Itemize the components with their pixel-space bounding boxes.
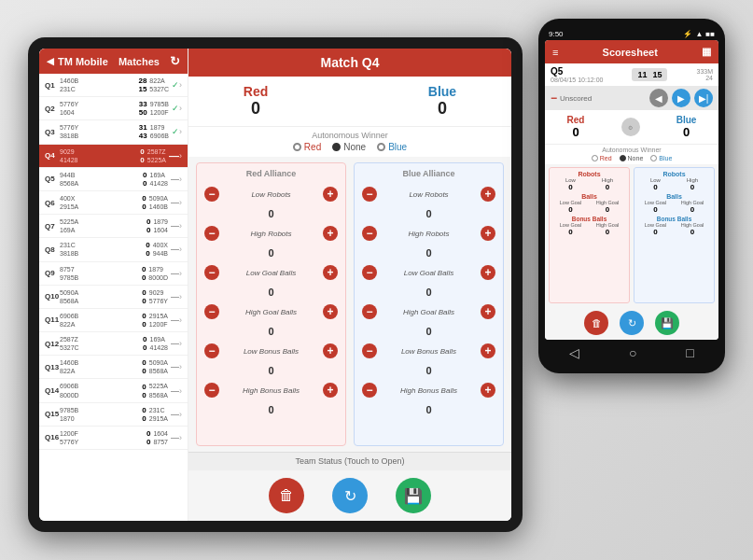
sidebar-row-teams2-q3: 18796906B — [150, 123, 169, 140]
tablet-sync-button[interactable]: ↻ — [332, 478, 368, 513]
chevron-left-icon[interactable]: ◀ — [47, 56, 54, 66]
phone-forward-button[interactable]: ▶| — [694, 89, 713, 107]
sidebar-row-scores-q6: 00 — [142, 194, 146, 211]
phone-red-low-val: 0 — [565, 183, 576, 191]
phone-save-button[interactable]: 💾 — [655, 311, 679, 335]
high-robots-value-red: 0 — [202, 247, 340, 259]
sidebar-item-q10[interactable]: Q10 5090A8568A 00 90295776Y — › — [39, 286, 188, 309]
minus-icon[interactable]: − — [551, 91, 557, 105]
auto-option-red[interactable]: Red — [293, 142, 321, 152]
high-bonus-balls-label-red: High Bonus Balls — [219, 386, 323, 395]
minus-btn-low-goal-red[interactable]: − — [204, 265, 219, 280]
plus-btn-low-robots-red[interactable]: + — [323, 187, 338, 202]
sidebar-item-q12[interactable]: Q12 2587Z5327C 00 169A41428 — › — [39, 332, 188, 356]
sidebar-item-q16[interactable]: Q16 1200F5776Y 00 16048757 — › — [39, 427, 188, 450]
minus-btn-high-goal-red[interactable]: − — [204, 304, 219, 319]
phone-auto-none[interactable]: None — [620, 155, 644, 161]
minus-btn-high-bonus-blue[interactable]: − — [362, 383, 377, 398]
refresh-icon[interactable]: ↻ — [170, 54, 180, 68]
counter-row-high-goal-blue: − High Goal Balls + — [360, 301, 497, 322]
phone-blue-score-block: Blue 0 — [676, 115, 697, 139]
phone-blue-bonus-row: Low Goal 0 High Goal 0 — [637, 222, 711, 236]
sidebar-item-q9[interactable]: Q9 87579785B 00 18798000D — › — [39, 262, 188, 286]
minus-btn-high-robots-blue[interactable]: − — [362, 226, 377, 241]
sidebar-item-q7[interactable]: Q7 5225A169A 00 18791604 — › — [39, 215, 188, 238]
minus-btn-high-goal-blue[interactable]: − — [362, 304, 377, 319]
sidebar-item-q14[interactable]: Q14 6906B8000D 00 5225A8568A — › — [39, 379, 188, 402]
phone-sub-info: 333M 24 — [696, 68, 713, 81]
phone-auto-blue[interactable]: Blue — [650, 155, 672, 161]
plus-btn-low-bonus-red[interactable]: + — [323, 343, 338, 358]
sidebar-row-teams-q8: 231C3818B — [60, 241, 146, 258]
minus-btn-low-bonus-red[interactable]: − — [204, 343, 219, 358]
counter-row-low-goal-red: − Low Goal Balls + — [202, 262, 340, 283]
phone-recents-icon[interactable]: □ — [686, 345, 693, 360]
sidebar-header-title: TM Mobile — [58, 56, 108, 67]
sidebar-header-matches: Matches — [119, 56, 160, 67]
sidebar-item-q6[interactable]: Q6 400X2915A 00 5090A1460B — › — [39, 191, 188, 215]
phone-home-icon[interactable]: ○ — [629, 345, 636, 360]
blue-alliance-title: Blue Alliance — [360, 169, 497, 178]
sidebar-item-q1[interactable]: Q1 1460B231C 2815 822A5327C ✓ › — [39, 74, 188, 97]
phone-sync-button[interactable]: ↻ — [620, 311, 644, 335]
plus-btn-high-bonus-blue[interactable]: + — [481, 383, 495, 398]
sidebar: ◀ TM Mobile Matches ↻ Q1 1460B231C 2815 … — [39, 49, 188, 521]
sidebar-item-q2[interactable]: Q2 5776Y1604 3350 9785B1200F ✓ › — [39, 97, 188, 120]
minus-btn-low-robots-red[interactable]: − — [204, 187, 219, 202]
plus-btn-low-bonus-blue[interactable]: + — [481, 343, 495, 358]
chevron-right-q15: › — [179, 410, 182, 419]
sidebar-item-q4[interactable]: Q4 902941428 00 2587Z5225A — › — [39, 145, 188, 168]
minus-btn-high-bonus-red[interactable]: − — [204, 383, 219, 398]
status-icon-q11: — — [171, 315, 179, 325]
sidebar-item-q3[interactable]: Q3 5776Y3818B 3143 18796906B ✓ › — [39, 120, 188, 144]
minus-btn-low-bonus-blue[interactable]: − — [362, 343, 377, 358]
sidebar-row-teams2-q12: 169A41428 — [150, 335, 168, 352]
minus-btn-low-goal-blue[interactable]: − — [362, 265, 377, 280]
phone-back-button[interactable]: ◀ — [649, 89, 668, 107]
sidebar-row-teams2-q6: 5090A1460B — [149, 194, 168, 211]
sidebar-row-teams2-q9: 18798000D — [148, 265, 168, 282]
minus-btn-low-robots-blue[interactable]: − — [362, 187, 377, 202]
phone-match-label: Q5 08/04/15 10:12:00 — [551, 66, 603, 83]
plus-btn-high-robots-red[interactable]: + — [323, 226, 338, 241]
red-score-value: 0 — [244, 99, 268, 119]
sidebar-item-q13[interactable]: Q13 1460B822A 00 5090A8568A — › — [39, 356, 188, 379]
phone-blue-balls-title: Balls — [637, 193, 711, 200]
sidebar-item-q5[interactable]: Q5 944B8568A 00 169A41428 — › — [39, 168, 188, 191]
plus-btn-low-robots-blue[interactable]: + — [481, 187, 495, 202]
high-robots-value-blue: 0 — [360, 247, 497, 259]
tablet-delete-button[interactable]: 🗑 — [269, 478, 304, 513]
phone-blue-low-val: 0 — [650, 183, 661, 191]
plus-btn-low-goal-blue[interactable]: + — [481, 265, 495, 280]
sidebar-item-q11[interactable]: Q11 6906B822A 00 2915A1200F — › — [39, 309, 188, 332]
low-goal-balls-label-red: Low Goal Balls — [219, 269, 323, 277]
phone-delete-button[interactable]: 🗑 — [584, 311, 608, 335]
plus-btn-high-robots-blue[interactable]: + — [481, 226, 495, 241]
auto-option-none[interactable]: None — [332, 142, 366, 152]
red-alliance-title: Red Alliance — [202, 169, 340, 178]
plus-btn-low-goal-red[interactable]: + — [323, 265, 338, 280]
sidebar-item-q15[interactable]: Q15 9785B1870 00 231C2915A — › — [39, 403, 188, 427]
auto-option-blue[interactable]: Blue — [377, 142, 407, 152]
sidebar-row-label-q4: Q4 — [45, 151, 60, 160]
tablet-save-button[interactable]: 💾 — [396, 478, 431, 513]
sidebar-row-scores-q11: 00 — [142, 312, 146, 329]
phone-match-q5: Q5 — [551, 66, 603, 77]
sidebar-item-q8[interactable]: Q8 231C3818B 00 400X944B — › — [39, 238, 188, 261]
plus-btn-high-bonus-red[interactable]: + — [323, 383, 338, 398]
phone-calendar-icon[interactable]: ▦ — [702, 46, 711, 58]
phone-play-button[interactable]: ▶ — [672, 89, 690, 107]
phone-back-hw-icon[interactable]: ◁ — [569, 345, 579, 360]
phone-menu-icon[interactable]: ≡ — [552, 47, 558, 58]
phone-auto-red[interactable]: Red — [592, 155, 612, 161]
phone-blue-bonus-high-col: High Goal 0 — [681, 222, 704, 236]
sidebar-list: Q1 1460B231C 2815 822A5327C ✓ › Q2 5776Y… — [39, 74, 188, 521]
radio-dot-red — [293, 143, 301, 151]
plus-btn-high-goal-blue[interactable]: + — [481, 304, 495, 319]
minus-btn-high-robots-red[interactable]: − — [204, 226, 219, 241]
main-content: Match Q4 Red 0 Blue 0 Autonomous Winner … — [188, 49, 511, 521]
plus-btn-high-goal-red[interactable]: + — [323, 304, 338, 319]
sidebar-row-teams-q10: 5090A8568A — [60, 288, 142, 305]
team-status-bar[interactable]: Team Status (Touch to Open) — [188, 452, 511, 469]
sidebar-row-label-q10: Q10 — [45, 292, 60, 301]
